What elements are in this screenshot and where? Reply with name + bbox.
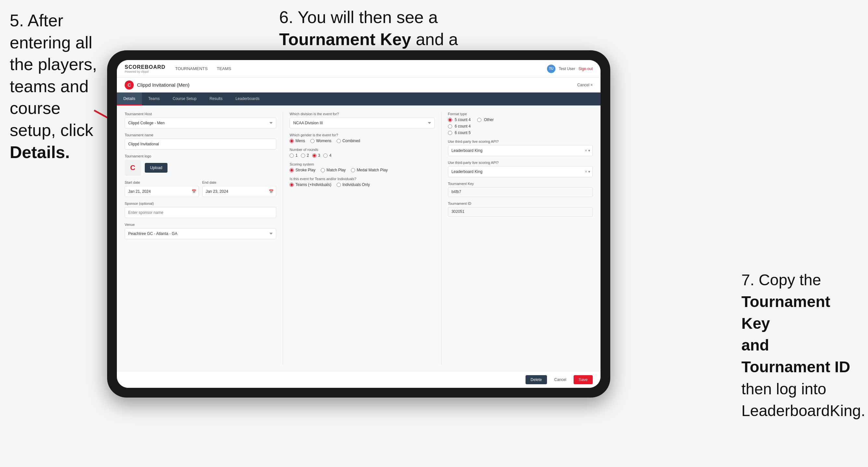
rounds-label: Number of rounds [289,148,434,152]
gender-group: Which gender is the event for? Mens Wome… [289,133,434,143]
scoring-match-radio[interactable] [321,168,325,172]
id-group: Tournament ID 302051 [448,201,593,217]
end-date-group: End date 📅 [202,181,277,197]
gender-radio-group: Mens Womens Combined [289,138,434,143]
api2-field-wrap: × ▾ [448,166,593,177]
upload-button[interactable]: Upload [145,163,167,173]
division-select[interactable]: NCAA Division III [289,118,434,128]
start-label: Start date [125,181,199,184]
round-3-option[interactable]: 3 [312,153,320,158]
logo-group: Tournament logo C Upload [125,154,276,176]
tab-results[interactable]: Results [203,93,229,105]
venue-select[interactable]: Peachtree GC - Atlanta - GA [125,228,276,239]
format-6c5-option[interactable]: 6 count 5 [448,130,593,135]
round-1-option[interactable]: 1 [289,153,298,158]
logo-label: Tournament logo [125,154,276,158]
scoring-medal-radio[interactable] [351,168,355,172]
start-date-wrap: 📅 [125,186,199,197]
gender-combined-radio[interactable] [337,139,341,143]
round-2-radio[interactable] [301,154,305,158]
nav-items: TOURNAMENTS TEAMS [175,65,547,72]
format-group: Format type 5 count 4 Other [448,112,593,135]
tournament-logo: C [125,81,134,90]
start-date-input[interactable] [125,186,199,197]
format-6c5-radio[interactable] [448,131,452,135]
api1-input[interactable] [448,145,593,156]
venue-label: Venue [125,223,276,226]
scoring-stroke-radio[interactable] [289,168,294,172]
save-button[interactable]: Save [574,375,593,384]
logo-preview: C [125,160,141,176]
format-6c4-option[interactable]: 6 count 4 [448,124,471,128]
api1-field-wrap: × ▾ [448,145,593,156]
round-2-option[interactable]: 2 [301,153,309,158]
teams-label: Is this event for Teams and/or Individua… [289,177,434,181]
api2-label: Use third-party live scoring API? [448,161,593,164]
cancel-button[interactable]: Cancel [550,375,570,384]
api1-group: Use third-party live scoring API? × ▾ [448,139,593,156]
col3-section: Format type 5 count 4 Other [441,112,593,365]
api2-group: Use third-party live scoring API? × ▾ [448,161,593,177]
col2-section: Which division is the event for? NCAA Di… [283,112,434,365]
api1-label: Use third-party live scoring API? [448,139,593,144]
logo-upload-area: C Upload [125,160,276,176]
scoring-stroke-option[interactable]: Stroke Play [289,168,315,172]
gender-mens-radio[interactable] [289,139,294,143]
sponsor-label: Sponsor (optional) [125,201,276,206]
format-radio-group: 5 count 4 Other 6 count 4 [448,118,593,135]
gender-label: Which gender is the event for? [289,133,434,137]
format-other-radio[interactable] [477,118,482,122]
cancel-tournament-btn[interactable]: Cancel × [577,83,593,87]
gender-womens-radio[interactable] [310,139,314,143]
api1-clear-btn[interactable]: × ▾ [585,148,590,153]
name-label: Tournament name [125,133,276,137]
key-value: b4fb7 [448,187,593,197]
teams-individuals-option[interactable]: Individuals Only [337,182,370,187]
end-label: End date [202,181,277,184]
host-label: Tournament Host [125,112,276,116]
rounds-group: Number of rounds 1 2 3 [289,148,434,158]
round-1-radio[interactable] [289,154,294,158]
teams-individuals-radio[interactable] [337,183,341,187]
format-6c4-radio[interactable] [448,124,452,128]
nav-tournaments[interactable]: TOURNAMENTS [175,65,208,72]
gender-combined-option[interactable]: Combined [337,138,360,143]
nav-teams[interactable]: TEAMS [217,65,231,72]
teams-plus-radio[interactable] [289,183,294,187]
api2-clear-btn[interactable]: × ▾ [585,169,590,174]
id-value: 302051 [448,207,593,217]
tab-leaderboards[interactable]: Leaderboards [229,93,266,105]
tab-details[interactable]: Details [117,93,142,105]
gender-mens-option[interactable]: Mens [289,138,305,143]
round-4-radio[interactable] [323,154,328,158]
scoring-medal-option[interactable]: Medal Match Play [351,168,388,172]
host-select[interactable]: Clippd College - Men [125,118,276,128]
sponsor-input[interactable] [125,207,276,218]
brand-name: SCOREBOARD [125,64,165,70]
gender-womens-option[interactable]: Womens [310,138,332,143]
api2-input[interactable] [448,166,593,177]
tab-teams[interactable]: Teams [142,93,166,105]
brand-logo: SCOREBOARD Powered by clippd [125,64,165,73]
tab-course-setup[interactable]: Course Setup [166,93,203,105]
round-4-option[interactable]: 4 [323,153,332,158]
brand-sub: Powered by clippd [125,70,165,73]
format-other-option[interactable]: Other [477,118,494,122]
round-3-radio[interactable] [312,154,316,158]
signout-link[interactable]: Sign out [579,66,593,71]
format-5c4-radio[interactable] [448,118,452,122]
id-label: Tournament ID [448,201,593,206]
name-group: Tournament name [125,133,276,150]
scoring-match-option[interactable]: Match Play [321,168,346,172]
sponsor-group: Sponsor (optional) [125,201,276,218]
teams-group: Is this event for Teams and/or Individua… [289,177,434,187]
rounds-radio-group: 1 2 3 4 [289,153,434,158]
start-date-group: Start date 📅 [125,181,199,197]
format-5c4-option[interactable]: 5 count 4 [448,118,471,122]
delete-button[interactable]: Delete [526,375,547,384]
user-label: Test User [559,66,575,71]
name-input[interactable] [125,138,276,150]
teams-plus-option[interactable]: Teams (+Individuals) [289,182,331,187]
annotation-step5: 5. After entering all the players, teams… [10,10,111,163]
end-date-input[interactable] [202,186,277,197]
